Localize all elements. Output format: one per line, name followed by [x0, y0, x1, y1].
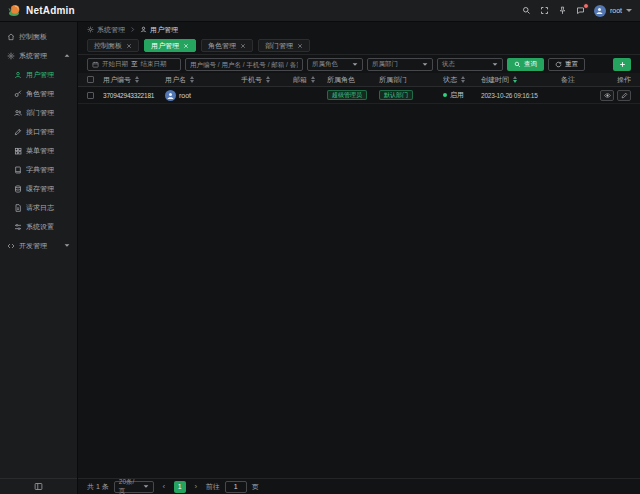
file-icon	[14, 204, 22, 212]
sidebar: 控制面板 系统管理 用户管理 角色管理 部门管理	[0, 22, 78, 494]
breadcrumb-users[interactable]: 用户管理	[140, 25, 178, 35]
department-select[interactable]: 所属部门	[367, 58, 433, 71]
column-status[interactable]: 状态	[443, 75, 481, 85]
close-icon[interactable]	[183, 43, 189, 49]
sort-icon	[266, 76, 270, 83]
table-row: 370942943322181 root 超级管理员	[78, 87, 640, 104]
username-label: root	[610, 7, 622, 14]
book-icon	[14, 166, 22, 174]
keyword-search-field	[185, 58, 303, 71]
role-tag: 超级管理员	[327, 90, 367, 100]
add-user-button[interactable]	[613, 58, 631, 71]
user-avatar	[594, 5, 606, 17]
date-range-picker[interactable]: 开始日期 至 结束日期	[87, 58, 181, 71]
column-email[interactable]: 邮箱	[293, 75, 327, 85]
app-window: NetAdmin root	[0, 0, 640, 494]
view-button[interactable]	[600, 90, 614, 101]
column-username[interactable]: 用户名	[165, 75, 241, 85]
sidebar-item-users[interactable]: 用户管理	[0, 65, 77, 84]
sidebar-footer	[0, 478, 77, 494]
sliders-icon	[14, 223, 22, 231]
tab-users[interactable]: 用户管理	[144, 39, 196, 52]
close-icon[interactable]	[240, 43, 246, 49]
status-dot	[443, 93, 447, 97]
date-start-placeholder: 开始日期	[102, 60, 128, 69]
chevron-up-icon	[65, 54, 70, 56]
app-logo-icon	[8, 4, 21, 17]
pagination-bar: 共 1 条 20条/页 ‹ 1 › 前往 页	[78, 478, 640, 494]
search-icon[interactable]	[522, 6, 531, 15]
plus-icon	[619, 61, 626, 68]
department-tag: 默认部门	[379, 90, 413, 100]
edit-icon	[621, 92, 628, 99]
notification-badge	[583, 3, 589, 9]
column-phone[interactable]: 手机号	[241, 75, 293, 85]
breadcrumb: 系统管理 用户管理	[78, 22, 640, 37]
sidebar-item-settings[interactable]: 系统设置	[0, 217, 77, 236]
reset-button[interactable]: 重置	[548, 58, 585, 71]
sidebar-item-dashboard[interactable]: 控制面板	[0, 27, 77, 46]
row-status: 启用	[443, 90, 481, 100]
sidebar-item-cache[interactable]: 缓存管理	[0, 179, 77, 198]
eye-icon	[604, 92, 611, 99]
page-size-select[interactable]: 20条/页	[114, 481, 154, 493]
page-unit-label: 页	[252, 482, 259, 492]
status-select[interactable]: 状态	[437, 58, 503, 71]
sidebar-item-roles[interactable]: 角色管理	[0, 84, 77, 103]
close-icon[interactable]	[126, 43, 132, 49]
message-icon[interactable]	[576, 6, 585, 15]
chevron-right-icon	[129, 26, 136, 34]
row-created-time: 2023-10-26 09:16:15	[481, 92, 561, 99]
sidebar-group-system[interactable]: 系统管理	[0, 46, 77, 65]
home-icon	[7, 33, 15, 41]
code-icon	[7, 242, 15, 250]
column-user-id[interactable]: 用户编号	[103, 75, 165, 85]
content-empty-area	[78, 104, 640, 478]
row-role: 超级管理员	[327, 90, 379, 100]
role-select[interactable]: 所属角色	[307, 58, 363, 71]
row-user-id: 370942943322181	[103, 92, 165, 99]
filter-bar: 开始日期 至 结束日期 所属角色 所属部门 状态	[78, 55, 640, 73]
prev-page-button[interactable]: ‹	[159, 482, 169, 492]
close-icon[interactable]	[297, 43, 303, 49]
sidebar-item-menus[interactable]: 菜单管理	[0, 141, 77, 160]
date-end-placeholder: 结束日期	[141, 60, 167, 69]
goto-label: 前往	[206, 482, 220, 492]
top-bar: NetAdmin root	[0, 0, 640, 22]
row-username: root	[165, 90, 241, 101]
fullscreen-icon[interactable]	[540, 6, 549, 15]
column-remark: 备注	[561, 75, 587, 85]
row-checkbox[interactable]	[87, 92, 94, 99]
sidebar-group-development[interactable]: 开发管理	[0, 236, 77, 255]
collapse-sidebar-icon[interactable]	[34, 482, 43, 491]
next-page-button[interactable]: ›	[191, 482, 201, 492]
sort-icon-active	[513, 76, 517, 83]
tab-departments[interactable]: 部门管理	[258, 39, 310, 52]
sidebar-item-request-log[interactable]: 请求日志	[0, 198, 77, 217]
chevron-down-icon	[423, 63, 428, 65]
tab-dashboard[interactable]: 控制面板	[87, 39, 139, 52]
total-count: 共 1 条	[87, 482, 109, 492]
row-avatar	[165, 90, 176, 101]
refresh-icon	[555, 61, 562, 68]
sidebar-item-departments[interactable]: 部门管理	[0, 103, 77, 122]
row-department: 默认部门	[379, 90, 443, 100]
main-area: 系统管理 用户管理 控制面板 用户管理 角色管理	[78, 22, 640, 494]
tab-roles[interactable]: 角色管理	[201, 39, 253, 52]
column-created-time[interactable]: 创建时间	[481, 75, 561, 85]
sidebar-item-dictionary[interactable]: 字典管理	[0, 160, 77, 179]
key-icon	[14, 90, 22, 98]
pencil-icon	[14, 128, 22, 136]
edit-button[interactable]	[617, 90, 631, 101]
user-icon	[14, 71, 22, 79]
breadcrumb-system[interactable]: 系统管理	[87, 25, 125, 35]
goto-page-input[interactable]	[225, 481, 247, 493]
sort-icon	[190, 76, 194, 83]
keyword-search-input[interactable]	[190, 61, 298, 68]
page-number-button[interactable]: 1	[174, 481, 186, 493]
sidebar-item-api[interactable]: 接口管理	[0, 122, 77, 141]
search-button[interactable]: 查询	[507, 58, 544, 71]
user-menu[interactable]: root	[594, 5, 632, 17]
select-all-checkbox[interactable]	[87, 76, 94, 83]
pin-icon[interactable]	[558, 6, 567, 15]
